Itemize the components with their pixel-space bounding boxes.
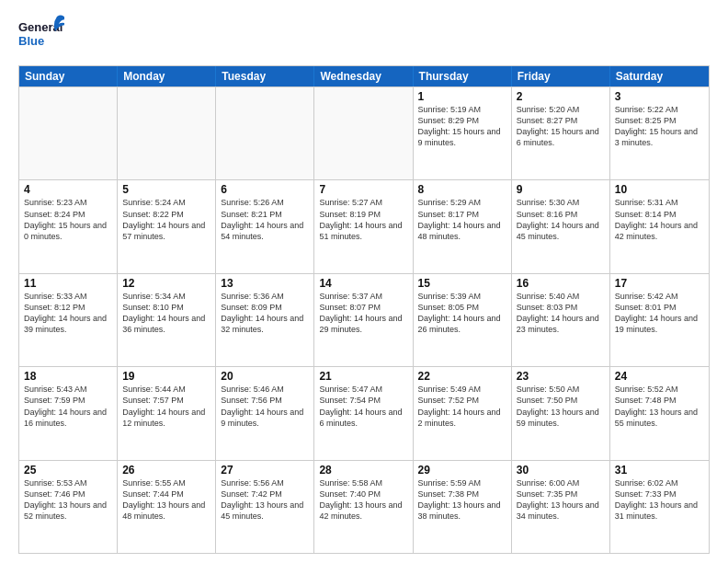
day-number: 1 [418,90,506,103]
calendar-cell: 2Sunrise: 5:20 AM Sunset: 8:27 PM Daylig… [512,87,610,179]
calendar-cell: 11Sunrise: 5:33 AM Sunset: 8:12 PM Dayli… [19,274,118,366]
calendar-cell: 12Sunrise: 5:34 AM Sunset: 8:10 PM Dayli… [118,274,216,366]
day-number: 8 [418,183,506,196]
page: General Blue SundayMondayTuesdayWednesda… [0,0,728,563]
day-info: Sunrise: 5:47 AM Sunset: 7:54 PM Dayligh… [319,384,407,429]
day-number: 15 [418,277,506,290]
day-number: 7 [319,183,407,196]
calendar-cell: 16Sunrise: 5:40 AM Sunset: 8:03 PM Dayli… [512,274,610,366]
calendar-cell: 31Sunrise: 6:02 AM Sunset: 7:33 PM Dayli… [610,461,709,553]
calendar-cell: 18Sunrise: 5:43 AM Sunset: 7:59 PM Dayli… [19,367,118,459]
day-number: 12 [122,277,210,290]
day-number: 30 [517,464,605,477]
calendar-cell: 1Sunrise: 5:19 AM Sunset: 8:29 PM Daylig… [414,87,512,179]
header: General Blue [18,15,710,56]
calendar-cell: 28Sunrise: 5:58 AM Sunset: 7:40 PM Dayli… [314,461,413,553]
day-header-tuesday: Tuesday [216,66,314,86]
day-info: Sunrise: 6:02 AM Sunset: 7:33 PM Dayligh… [615,477,704,523]
day-info: Sunrise: 5:53 AM Sunset: 7:46 PM Dayligh… [24,477,112,523]
day-number: 25 [24,464,112,477]
calendar-cell: 4Sunrise: 5:23 AM Sunset: 8:24 PM Daylig… [19,180,118,272]
calendar-cell: 6Sunrise: 5:26 AM Sunset: 8:21 PM Daylig… [216,180,314,272]
day-number: 19 [122,370,210,383]
calendar: SundayMondayTuesdayWednesdayThursdayFrid… [18,65,710,554]
calendar-cell: 5Sunrise: 5:24 AM Sunset: 8:22 PM Daylig… [118,180,216,272]
calendar-cell: 14Sunrise: 5:37 AM Sunset: 8:07 PM Dayli… [314,274,413,366]
day-info: Sunrise: 5:31 AM Sunset: 8:14 PM Dayligh… [615,197,704,242]
logo-icon-area: General Blue [18,15,64,56]
calendar-row-3: 11Sunrise: 5:33 AM Sunset: 8:12 PM Dayli… [19,273,709,366]
calendar-cell [19,87,118,179]
calendar-cell: 9Sunrise: 5:30 AM Sunset: 8:16 PM Daylig… [512,180,610,272]
svg-text:Blue: Blue [18,34,44,48]
calendar-cell: 22Sunrise: 5:49 AM Sunset: 7:52 PM Dayli… [414,367,512,459]
day-info: Sunrise: 5:59 AM Sunset: 7:38 PM Dayligh… [418,477,506,523]
calendar-cell: 21Sunrise: 5:47 AM Sunset: 7:54 PM Dayli… [314,367,413,459]
day-info: Sunrise: 5:23 AM Sunset: 8:24 PM Dayligh… [24,197,112,242]
day-header-monday: Monday [118,66,216,86]
day-number: 11 [24,277,112,290]
logo-container: General Blue [18,15,64,56]
day-info: Sunrise: 5:29 AM Sunset: 8:17 PM Dayligh… [418,197,506,242]
day-number: 3 [615,90,704,103]
day-info: Sunrise: 5:40 AM Sunset: 8:03 PM Dayligh… [517,291,605,336]
calendar-cell: 20Sunrise: 5:46 AM Sunset: 7:56 PM Dayli… [216,367,314,459]
calendar-cell [118,87,216,179]
day-info: Sunrise: 5:46 AM Sunset: 7:56 PM Dayligh… [221,384,309,429]
day-number: 14 [319,277,407,290]
day-number: 9 [517,183,605,196]
day-number: 27 [221,464,309,477]
calendar-cell [314,87,413,179]
day-number: 24 [615,370,704,383]
day-number: 28 [319,464,407,477]
day-number: 5 [122,183,210,196]
day-header-wednesday: Wednesday [314,66,413,86]
day-header-saturday: Saturday [610,66,709,86]
calendar-row-4: 18Sunrise: 5:43 AM Sunset: 7:59 PM Dayli… [19,366,709,459]
calendar-cell: 13Sunrise: 5:36 AM Sunset: 8:09 PM Dayli… [216,274,314,366]
calendar-cell: 24Sunrise: 5:52 AM Sunset: 7:48 PM Dayli… [610,367,709,459]
day-header-friday: Friday [512,66,610,86]
calendar-row-5: 25Sunrise: 5:53 AM Sunset: 7:46 PM Dayli… [19,460,709,553]
day-number: 16 [517,277,605,290]
calendar-cell: 19Sunrise: 5:44 AM Sunset: 7:57 PM Dayli… [118,367,216,459]
calendar-cell: 26Sunrise: 5:55 AM Sunset: 7:44 PM Dayli… [118,461,216,553]
day-info: Sunrise: 5:37 AM Sunset: 8:07 PM Dayligh… [319,291,407,336]
day-number: 29 [418,464,506,477]
day-info: Sunrise: 5:55 AM Sunset: 7:44 PM Dayligh… [122,477,210,523]
day-number: 2 [517,90,605,103]
calendar-cell: 27Sunrise: 5:56 AM Sunset: 7:42 PM Dayli… [216,461,314,553]
calendar-cell: 25Sunrise: 5:53 AM Sunset: 7:46 PM Dayli… [19,461,118,553]
day-info: Sunrise: 5:27 AM Sunset: 8:19 PM Dayligh… [319,197,407,242]
day-number: 13 [221,277,309,290]
day-number: 17 [615,277,704,290]
day-info: Sunrise: 5:42 AM Sunset: 8:01 PM Dayligh… [615,291,704,336]
calendar-cell: 10Sunrise: 5:31 AM Sunset: 8:14 PM Dayli… [610,180,709,272]
calendar-body: 1Sunrise: 5:19 AM Sunset: 8:29 PM Daylig… [19,86,709,553]
calendar-cell: 23Sunrise: 5:50 AM Sunset: 7:50 PM Dayli… [512,367,610,459]
calendar-header: SundayMondayTuesdayWednesdayThursdayFrid… [19,66,709,86]
day-info: Sunrise: 5:36 AM Sunset: 8:09 PM Dayligh… [221,291,309,336]
calendar-row-1: 1Sunrise: 5:19 AM Sunset: 8:29 PM Daylig… [19,86,709,179]
day-info: Sunrise: 5:56 AM Sunset: 7:42 PM Dayligh… [221,477,309,523]
calendar-cell: 7Sunrise: 5:27 AM Sunset: 8:19 PM Daylig… [314,180,413,272]
day-number: 18 [24,370,112,383]
day-info: Sunrise: 5:30 AM Sunset: 8:16 PM Dayligh… [517,197,605,242]
calendar-cell: 8Sunrise: 5:29 AM Sunset: 8:17 PM Daylig… [414,180,512,272]
day-info: Sunrise: 5:43 AM Sunset: 7:59 PM Dayligh… [24,384,112,429]
day-header-thursday: Thursday [414,66,512,86]
day-info: Sunrise: 5:20 AM Sunset: 8:27 PM Dayligh… [517,104,605,149]
day-number: 26 [122,464,210,477]
day-number: 31 [615,464,704,477]
day-info: Sunrise: 5:49 AM Sunset: 7:52 PM Dayligh… [418,384,506,429]
day-info: Sunrise: 5:39 AM Sunset: 8:05 PM Dayligh… [418,291,506,336]
calendar-cell: 30Sunrise: 6:00 AM Sunset: 7:35 PM Dayli… [512,461,610,553]
day-info: Sunrise: 5:24 AM Sunset: 8:22 PM Dayligh… [122,197,210,242]
general-blue-bird-icon: General Blue [18,15,64,56]
day-info: Sunrise: 5:19 AM Sunset: 8:29 PM Dayligh… [418,104,506,149]
logo: General Blue [18,15,101,56]
day-info: Sunrise: 5:26 AM Sunset: 8:21 PM Dayligh… [221,197,309,242]
day-info: Sunrise: 5:34 AM Sunset: 8:10 PM Dayligh… [122,291,210,336]
day-header-sunday: Sunday [19,66,118,86]
day-number: 10 [615,183,704,196]
